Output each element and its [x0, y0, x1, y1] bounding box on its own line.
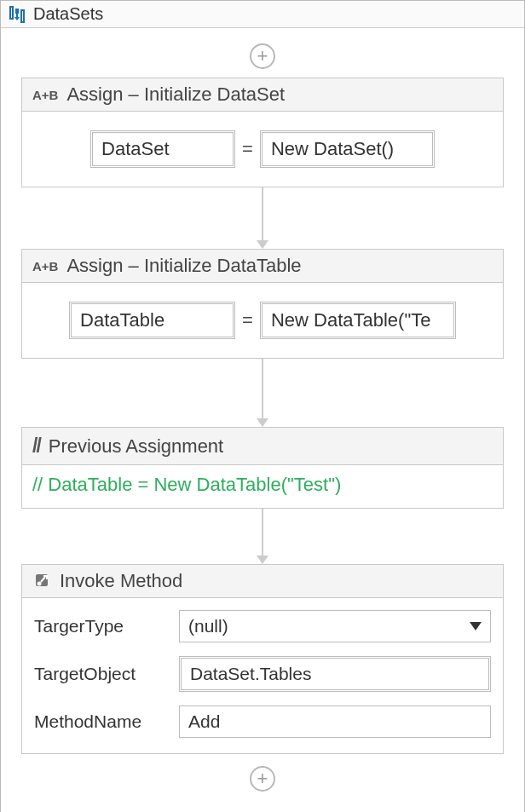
equals-sign: =	[240, 309, 255, 331]
flow-arrow	[257, 359, 268, 427]
sequence-container: DataSets + A+B Assign – Initialize DataS…	[0, 0, 525, 812]
activity-title: Invoke Method	[60, 570, 182, 592]
target-object-label: TargetObject	[34, 664, 170, 684]
equals-sign: =	[240, 138, 255, 160]
assign-value-input[interactable]: New DataTable("Te	[260, 302, 456, 339]
activity-body: DataTable = New DataTable("Te	[22, 283, 503, 358]
method-name-input[interactable]: Add	[179, 705, 491, 738]
svg-rect-1	[21, 10, 24, 22]
plus-icon: +	[257, 47, 268, 66]
assign-to-value: DataSet	[101, 138, 170, 159]
activity-header[interactable]: Invoke Method	[22, 565, 503, 598]
assign-value: New DataTable("Te	[271, 309, 431, 331]
assign-initialize-datatable[interactable]: A+B Assign – Initialize DataTable DataTa…	[21, 249, 504, 359]
add-activity-top-button[interactable]: +	[250, 43, 275, 69]
invoke-method-icon	[32, 572, 51, 590]
flow-arrow	[257, 509, 268, 564]
svg-point-3	[38, 582, 42, 586]
assign-to-value: DataTable	[80, 309, 164, 331]
target-type-value: (null)	[188, 616, 228, 636]
target-type-dropdown[interactable]: (null)	[179, 610, 491, 642]
invoke-method-activity[interactable]: Invoke Method TargerType (null) TargetOb…	[21, 564, 504, 754]
assign-icon: A+B	[32, 88, 58, 102]
assign-icon: A+B	[32, 259, 58, 274]
activity-header[interactable]: // Previous Assignment	[22, 428, 503, 465]
svg-rect-0	[10, 7, 13, 19]
method-name-value: Add	[188, 711, 220, 731]
comment-icon: //	[32, 435, 40, 458]
target-object-value: DataSet.Tables	[190, 664, 311, 683]
assign-value: New DataSet()	[271, 138, 394, 159]
activity-title: Assign – Initialize DataTable	[66, 255, 301, 277]
plus-icon: +	[257, 769, 268, 788]
assign-to-input[interactable]: DataTable	[69, 302, 235, 339]
activity-header[interactable]: A+B Assign – Initialize DataTable	[22, 250, 503, 283]
sequence-title: DataSets	[33, 4, 103, 24]
flow-arrow	[257, 187, 268, 249]
activity-title: Previous Assignment	[49, 435, 223, 458]
comment-activity[interactable]: // Previous Assignment // DataTable = Ne…	[21, 427, 504, 509]
assign-initialize-dataset[interactable]: A+B Assign – Initialize DataSet DataSet …	[21, 78, 504, 187]
comment-text[interactable]: // DataTable = New DataTable("Test")	[22, 465, 503, 508]
sequence-header[interactable]: DataSets	[1, 1, 524, 28]
activity-body: DataSet = New DataSet()	[22, 112, 503, 187]
activity-title: Assign – Initialize DataSet	[66, 84, 285, 106]
target-object-input[interactable]: DataSet.Tables	[179, 656, 491, 692]
sequence-icon	[8, 5, 26, 24]
sequence-body: + A+B Assign – Initialize DataSet DataSe…	[1, 28, 524, 812]
chevron-down-icon	[470, 622, 482, 631]
assign-value-input[interactable]: New DataSet()	[260, 130, 435, 168]
assign-to-input[interactable]: DataSet	[90, 130, 235, 168]
target-type-label: TargerType	[34, 616, 170, 636]
method-name-label: MethodName	[34, 711, 170, 732]
add-activity-bottom-button[interactable]: +	[250, 766, 275, 792]
activity-body: TargerType (null) TargetObject DataSet.T…	[22, 598, 503, 753]
activity-header[interactable]: A+B Assign – Initialize DataSet	[22, 78, 503, 112]
